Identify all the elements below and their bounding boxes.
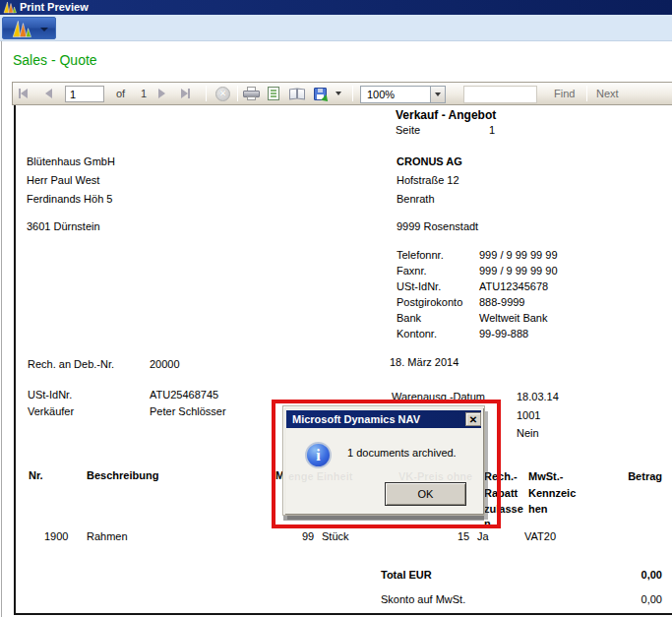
col-mwst: MwSt.-	[528, 470, 563, 482]
toolbar-separator	[206, 86, 207, 101]
info-label: Kontonr.	[397, 328, 437, 339]
skonto-value: 0,00	[641, 593, 662, 605]
app-menu-caret-icon	[40, 28, 48, 31]
document-date: 18. März 2014	[390, 356, 458, 368]
row-vat-code: VAT20	[524, 530, 556, 542]
chevron-down-icon	[435, 93, 441, 96]
zoom-dropdown-button[interactable]	[430, 86, 446, 103]
info-label: USt-IdNr.	[397, 280, 441, 292]
export-icon	[314, 88, 327, 100]
recipient-name: Blütenhaus GmbH	[27, 155, 115, 167]
row-unit: Stück	[322, 530, 349, 542]
report-page-bottom-edge	[14, 613, 672, 615]
of-label: of	[116, 83, 125, 104]
next-page-button[interactable]	[158, 83, 165, 104]
info-label: Postgirokonto	[397, 296, 462, 308]
info-value: ATU12345678	[479, 280, 548, 292]
find-button[interactable]: Find	[554, 83, 575, 104]
row-qty: 99	[302, 530, 314, 542]
highlight-rectangle	[272, 400, 501, 528]
vat-label: USt-IdNr.	[28, 389, 72, 401]
zoom-select[interactable]: 100%	[360, 86, 430, 103]
application-menu-button[interactable]	[2, 17, 56, 39]
billto-label: Rech. an Deb.-Nr.	[28, 358, 114, 370]
chevron-down-icon	[336, 92, 341, 95]
skonto-label: Skonto auf MwSt.	[381, 593, 465, 605]
salesperson-value: Peter Schlösser	[150, 405, 226, 417]
print-icon	[243, 87, 260, 100]
recipient-city: 3601 Dürnstein	[27, 220, 100, 232]
dynamics-nav-logo-icon	[3, 1, 17, 14]
report-page-left-edge	[14, 105, 16, 615]
recipient-street: Ferdinands Höh 5	[27, 193, 112, 205]
col-nr: Nr.	[29, 469, 43, 481]
page-title: Sales - Quote	[13, 52, 97, 68]
info-value: Weltweit Bank	[479, 312, 548, 324]
page-total: 1	[141, 83, 147, 104]
info-value: 99-99-888	[479, 328, 528, 339]
incl-vat-value: Nein	[517, 427, 539, 439]
page-setup-icon	[289, 88, 306, 100]
row-discount: 15	[458, 530, 469, 542]
next-find-button[interactable]: Next	[596, 83, 619, 104]
window-titlebar: Print Preview	[0, 0, 672, 15]
export-button[interactable]	[314, 83, 327, 104]
company-district: Benrath	[397, 193, 435, 205]
window-title: Print Preview	[20, 1, 89, 13]
page-setup-button[interactable]	[289, 83, 306, 104]
toolbar-separator	[586, 86, 587, 101]
last-page-button[interactable]	[181, 83, 190, 104]
recipient-contact: Herr Paul West	[27, 174, 99, 186]
page-label: Seite	[396, 124, 420, 136]
toolbar-separator	[237, 86, 238, 101]
salesperson-label: Verkäufer	[28, 405, 74, 417]
toolbar-separator	[352, 86, 353, 101]
dynamics-nav-logo-icon	[11, 20, 32, 38]
print-layout-button[interactable]	[268, 83, 279, 104]
vat-value: ATU25468745	[150, 389, 218, 401]
find-input[interactable]	[463, 86, 537, 103]
report-title: Verkauf - Angebot	[396, 109, 496, 121]
total-label: Total EUR	[381, 569, 432, 581]
company-name: CRONUS AG	[397, 155, 462, 167]
print-preview-window: Print Preview Sales - Quote of 1 ✕	[0, 0, 672, 617]
prev-page-button[interactable]	[45, 83, 52, 104]
cancel-icon: ✕	[215, 87, 230, 101]
company-city: 9999 Rosenstadt	[397, 220, 478, 232]
order-no-value: 1001	[517, 409, 540, 421]
company-street: Hofstraße 12	[397, 174, 459, 186]
print-layout-icon	[268, 87, 279, 100]
report-toolbar: of 1 ✕ 100% Find Next	[12, 82, 672, 105]
row-nr: 1900	[44, 530, 68, 542]
col-mwst: Kennzeic	[528, 487, 576, 499]
cancel-rendering-button[interactable]: ✕	[215, 83, 230, 104]
info-label: Telefonnr.	[397, 249, 444, 261]
window-left-edge	[1, 41, 2, 617]
row-allow: Ja	[477, 530, 489, 542]
page-number-input[interactable]	[65, 86, 104, 102]
row-desc: Rahmen	[87, 530, 128, 542]
info-value: 999 / 9 99 99 99	[479, 249, 558, 261]
ribbon-bar	[0, 15, 672, 41]
info-value: 999 / 9 99 99 90	[479, 265, 558, 277]
print-button[interactable]	[243, 83, 260, 104]
info-label: Bank	[397, 312, 421, 324]
info-label: Faxnr.	[397, 265, 427, 277]
first-page-button[interactable]	[19, 83, 28, 104]
total-value: 0,00	[641, 569, 662, 581]
col-beschreibung: Beschreibung	[87, 469, 158, 481]
export-menu-caret[interactable]	[336, 83, 341, 104]
col-mwst: hen	[528, 503, 548, 515]
shipdate-value: 18.03.14	[517, 391, 559, 402]
billto-value: 20000	[150, 358, 180, 370]
info-value: 888-9999	[479, 296, 525, 308]
col-betrag: Betrag	[628, 470, 662, 482]
page-number: 1	[489, 124, 495, 136]
